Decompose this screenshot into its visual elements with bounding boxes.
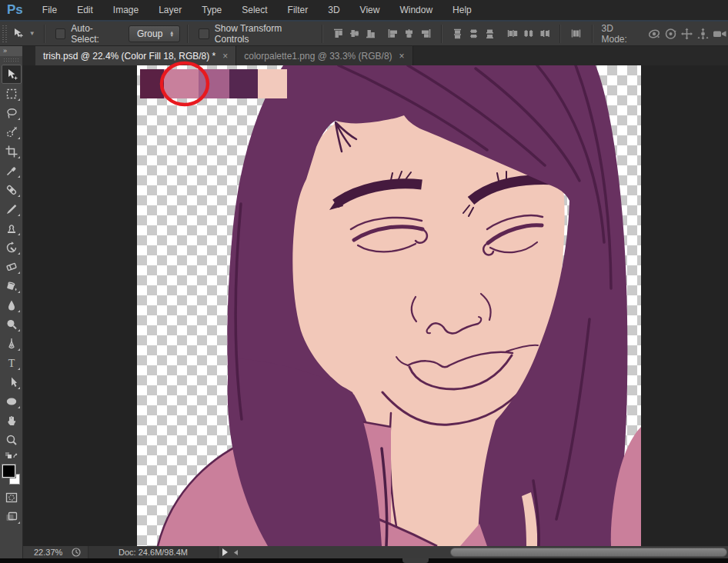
menu-select[interactable]: Select bbox=[232, 0, 277, 20]
menu-3d[interactable]: 3D bbox=[318, 0, 349, 20]
panel-grip[interactable] bbox=[3, 58, 20, 62]
panel-collapse-button[interactable]: » bbox=[0, 46, 22, 56]
distribute-horizontal-centers-icon[interactable] bbox=[520, 25, 536, 43]
tool-move[interactable] bbox=[2, 65, 22, 84]
tool-pen[interactable] bbox=[2, 334, 22, 353]
collapse-icon: » bbox=[3, 47, 7, 55]
tool-rectangular-marquee[interactable] bbox=[2, 84, 22, 103]
tool-spot-healing-brush[interactable] bbox=[2, 180, 22, 199]
auto-select-checkbox[interactable] bbox=[55, 28, 66, 39]
tab-title: trish.psd @ 22.4% (Color Fill 18, RGB/8)… bbox=[43, 51, 215, 62]
portrait-artwork bbox=[137, 65, 641, 546]
menu-layer[interactable]: Layer bbox=[149, 0, 192, 20]
swap-colors-icon[interactable] bbox=[2, 449, 22, 463]
palette-swatch-4 bbox=[229, 69, 258, 98]
menu-bar: Ps File Edit Image Layer Type Select Fil… bbox=[0, 0, 728, 22]
separator bbox=[322, 25, 323, 43]
3d-camera-icon[interactable] bbox=[711, 25, 728, 43]
palette-swatch-5 bbox=[258, 69, 287, 98]
separator bbox=[44, 25, 45, 43]
3d-slide-icon[interactable] bbox=[695, 25, 711, 43]
distribute-top-edges-icon[interactable] bbox=[449, 25, 466, 43]
distribute-left-edges-icon[interactable] bbox=[504, 25, 520, 43]
canvas-pasteboard bbox=[23, 65, 728, 546]
tool-clone-stamp[interactable] bbox=[2, 218, 22, 238]
distribute-vertical-centers-icon[interactable] bbox=[466, 25, 482, 43]
document-tab-bar: trish.psd @ 22.4% (Color Fill 18, RGB/8)… bbox=[23, 46, 728, 65]
tool-preset-caret-icon[interactable]: ▼ bbox=[29, 30, 35, 37]
dropdown-spinner-icon: ▲▼ bbox=[169, 31, 174, 37]
foreground-color-swatch[interactable] bbox=[2, 465, 15, 478]
tool-crop[interactable] bbox=[2, 142, 22, 161]
menu-image[interactable]: Image bbox=[103, 0, 149, 20]
auto-select-label: Auto-Select: bbox=[71, 23, 119, 45]
palette-swatch-1 bbox=[140, 69, 164, 98]
tool-ellipse-shape[interactable] bbox=[2, 391, 22, 411]
options-bar-grip[interactable] bbox=[2, 25, 8, 43]
align-right-edges-icon[interactable] bbox=[418, 25, 434, 43]
tool-hand[interactable] bbox=[2, 411, 22, 430]
align-vertical-centers-icon[interactable] bbox=[346, 25, 362, 43]
3d-rotate-icon[interactable] bbox=[646, 25, 662, 43]
status-bar: 22.37% Doc: 24.6M/98.4M bbox=[23, 546, 728, 558]
align-top-edges-icon[interactable] bbox=[330, 25, 346, 43]
quick-mask-button[interactable] bbox=[2, 488, 22, 507]
close-icon[interactable]: × bbox=[222, 52, 228, 60]
screen-mode-button[interactable] bbox=[2, 507, 22, 526]
tool-blur[interactable] bbox=[2, 295, 22, 315]
tool-paint-bucket[interactable] bbox=[2, 276, 22, 295]
tab-title: colorpalette1.png @ 33.3% (RGB/8) bbox=[244, 51, 392, 62]
menu-view[interactable]: View bbox=[350, 0, 390, 20]
3d-drag-icon[interactable] bbox=[679, 25, 695, 43]
bottom-grip-tab bbox=[402, 558, 429, 563]
window-bottom-edge bbox=[0, 558, 728, 563]
tab-trish-psd[interactable]: trish.psd @ 22.4% (Color Fill 18, RGB/8)… bbox=[35, 46, 236, 65]
tools-panel: » T bbox=[0, 46, 23, 563]
color-swatches bbox=[2, 465, 22, 488]
move-tool-preset-icon[interactable] bbox=[12, 25, 28, 43]
canvas-document[interactable] bbox=[137, 65, 641, 546]
separator bbox=[559, 25, 561, 43]
photoshop-logo: Ps bbox=[0, 2, 32, 18]
3d-roll-icon[interactable] bbox=[663, 25, 679, 43]
show-transform-label: Show Transform Controls bbox=[215, 23, 315, 45]
menu-type[interactable]: Type bbox=[192, 0, 232, 20]
tool-brush[interactable] bbox=[2, 199, 22, 218]
tool-eyedropper[interactable] bbox=[2, 161, 22, 180]
align-bottom-edges-icon[interactable] bbox=[362, 25, 379, 43]
palette-swatch-3 bbox=[199, 69, 229, 98]
distribute-spacing-icon[interactable] bbox=[568, 25, 584, 43]
menu-window[interactable]: Window bbox=[389, 0, 442, 20]
tool-quick-selection[interactable] bbox=[2, 122, 22, 142]
align-left-edges-icon[interactable] bbox=[385, 25, 401, 43]
tool-dodge[interactable] bbox=[2, 315, 22, 334]
menu-filter[interactable]: Filter bbox=[278, 0, 319, 20]
doc-size-info: Doc: 24.6M/98.4M bbox=[88, 546, 218, 558]
svg-text:T: T bbox=[8, 357, 15, 368]
separator bbox=[441, 25, 442, 43]
align-horizontal-centers-icon[interactable] bbox=[401, 25, 417, 43]
menu-help[interactable]: Help bbox=[442, 0, 482, 20]
close-icon[interactable]: × bbox=[399, 52, 405, 60]
3d-mode-label: 3D Mode: bbox=[602, 23, 640, 45]
options-bar: ▼ Auto-Select: Group ▲▼ Show Transform C… bbox=[0, 22, 728, 46]
zoom-level-field[interactable]: 22.37% bbox=[34, 548, 69, 557]
separator bbox=[187, 25, 189, 43]
menu-file[interactable]: File bbox=[32, 0, 67, 20]
palette-swatch-2 bbox=[164, 69, 199, 98]
tab-colorpalette-png[interactable]: colorpalette1.png @ 33.3% (RGB/8) × bbox=[236, 46, 412, 65]
separator bbox=[592, 25, 593, 43]
tool-history-brush[interactable] bbox=[2, 238, 22, 257]
photoshop-window: { "menu_bar": { "logo": "Ps", "items": [… bbox=[0, 0, 728, 563]
auto-select-group-dropdown[interactable]: Group ▲▼ bbox=[129, 25, 180, 42]
tool-path-selection[interactable] bbox=[2, 372, 22, 391]
distribute-bottom-edges-icon[interactable] bbox=[482, 25, 498, 43]
horizontal-scrollbar-thumb[interactable] bbox=[450, 548, 727, 557]
show-transform-checkbox[interactable] bbox=[199, 28, 209, 39]
menu-edit[interactable]: Edit bbox=[67, 0, 103, 20]
tool-type[interactable]: T bbox=[2, 353, 22, 372]
distribute-right-edges-icon[interactable] bbox=[536, 25, 553, 43]
tool-eraser[interactable] bbox=[2, 257, 22, 276]
tool-lasso[interactable] bbox=[2, 103, 22, 122]
tool-zoom[interactable] bbox=[2, 430, 22, 449]
